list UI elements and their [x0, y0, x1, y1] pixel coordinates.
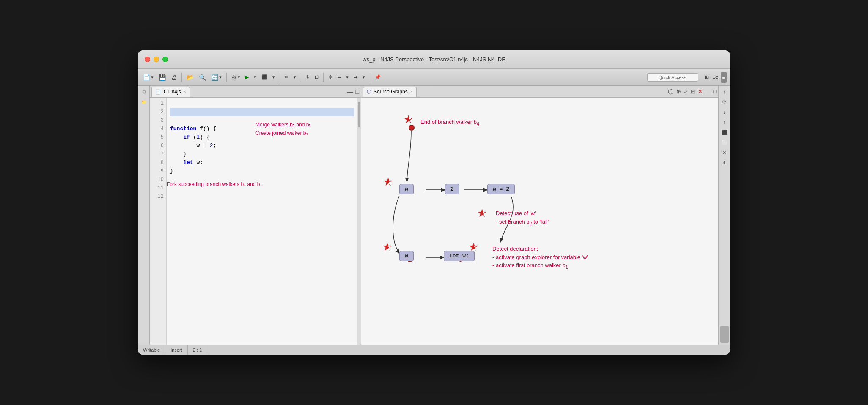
file-icon: 📄	[155, 89, 161, 95]
tab-close-btn[interactable]: ×	[184, 90, 186, 94]
graph-layout-btn2[interactable]: ⊕	[676, 88, 681, 95]
code-editor[interactable]: 1 2 3 4 5 6 7 8 9 10 11 12	[150, 98, 361, 345]
save-button[interactable]: 💾	[157, 72, 168, 83]
forward-button[interactable]: ➡	[352, 72, 359, 83]
debug-button[interactable]: ⚙▾	[230, 72, 242, 83]
titlebar: ws_p - N4JS Perspective - Test/src/C1.n4…	[138, 50, 730, 69]
graph-min-btn[interactable]: —	[705, 88, 711, 95]
sep4	[301, 73, 301, 82]
maximize-editor-btn[interactable]: □	[356, 89, 359, 95]
code-line-2	[170, 108, 354, 116]
perspective-button[interactable]: ≡	[721, 72, 727, 83]
graph-pane: ⬡ Source Graphs × ⬡ ⊕ ⤢ ⊞ ✕ — □	[361, 86, 718, 345]
print-button[interactable]: 🖨	[169, 72, 179, 83]
scrollbar-thumb[interactable]	[358, 102, 360, 127]
graph-tab-icon: ⬡	[367, 89, 371, 95]
right-btn-7[interactable]: ✕	[720, 148, 729, 157]
main-toolbar: 📄▾ 💾 🖨 📂 🔍 🔄▾ ⚙▾ ▶ ▾ ⬛ ▾ ✏ ▾ ⬇ ⊟ ✤ ⬅ ▾ ➡…	[138, 69, 730, 86]
status-insert: Insert	[165, 345, 188, 355]
nav1-dropdown[interactable]: ▾	[292, 72, 298, 83]
maximize-button[interactable]	[162, 57, 168, 62]
quick-access-input[interactable]: Quick Access	[647, 73, 698, 82]
sep5	[323, 73, 324, 82]
nav1-button[interactable]: ✏	[283, 72, 290, 83]
layout-button[interactable]: ⊞	[703, 72, 710, 83]
star-3: ★	[477, 208, 487, 219]
git-button[interactable]: ⎇	[711, 72, 720, 83]
right-btn-8[interactable]: ↡	[720, 159, 729, 167]
code-line-11	[170, 184, 354, 192]
tab-controls: — □	[347, 89, 359, 95]
stop-dropdown[interactable]: ▾	[271, 72, 277, 83]
editor-pane: 📄 C1.n4js × — □ 1 2 3 4 5 6 7	[150, 86, 361, 345]
graph-node-2: 2	[445, 184, 459, 194]
end-branch-annotation: End of branch walker b4	[420, 118, 479, 127]
detect-use-annotation: Detect use of 'w'- set branch b2 to 'fai…	[496, 209, 549, 227]
stop-button[interactable]: ⬛	[260, 72, 269, 83]
graph-layout-btn1[interactable]: ⬡	[668, 88, 674, 96]
sep1	[181, 73, 182, 82]
graph-tab-controls: ⬡ ⊕ ⤢ ⊞ ✕ — □	[668, 88, 717, 96]
left-gutter-btn1[interactable]: ⊡	[140, 88, 148, 96]
open-button[interactable]: 📂	[185, 72, 195, 83]
editor-tab-bar: 📄 C1.n4js × — □	[150, 86, 361, 98]
graph-tab[interactable]: ⬡ Source Graphs ×	[363, 87, 417, 97]
back-button[interactable]: ⬅	[335, 72, 343, 83]
graph-layout-btn4[interactable]: ⊞	[691, 88, 695, 95]
star-1: ★	[469, 241, 478, 252]
right-btn-1[interactable]: ↕	[720, 88, 729, 96]
toolbar-right: ⊞ ⎇ ≡	[703, 72, 727, 83]
code-line-7: }	[170, 150, 354, 159]
graph-area: ★ 5 End of branch walker b4 ★ 4 w 2 w = …	[361, 98, 718, 345]
right-scrollbar[interactable]	[720, 326, 729, 343]
graph-node-w2: w	[399, 251, 414, 261]
editor-scrollbar[interactable]	[357, 98, 361, 345]
minimize-editor-btn[interactable]: —	[347, 89, 353, 95]
down-button[interactable]: ⬇	[304, 72, 311, 83]
graph-tab-close[interactable]: ×	[410, 90, 413, 94]
right-gutter: ↕ ⟳ ↓ ↑ ⬛ ⬜ ✕ ↡	[718, 86, 730, 345]
left-gutter: ⊡ 📁	[138, 86, 150, 345]
right-btn-4[interactable]: ↑	[720, 118, 729, 126]
code-line-12	[170, 192, 354, 201]
cursor-button[interactable]: ✤	[327, 72, 334, 83]
run-dropdown[interactable]: ▾	[252, 72, 258, 83]
close-button[interactable]	[145, 57, 150, 62]
code-area[interactable]: function f() { if (1) { w = 2; } let w; …	[167, 98, 357, 345]
refresh-button[interactable]: 🔄▾	[209, 72, 223, 83]
graph-tab-bar: ⬡ Source Graphs × ⬡ ⊕ ⤢ ⊞ ✕ — □	[361, 86, 718, 98]
graph-node-w1: w	[399, 184, 414, 194]
right-btn-5[interactable]: ⬛	[720, 128, 729, 137]
sep3	[280, 73, 280, 82]
tab-filename: C1.n4js	[164, 89, 181, 95]
graph-close-btn[interactable]: ✕	[698, 88, 703, 95]
code-line-3	[170, 116, 354, 125]
main-window: ws_p - N4JS Perspective - Test/src/C1.n4…	[138, 50, 730, 355]
code-line-6: w = 2;	[170, 142, 354, 150]
right-btn-3[interactable]: ↓	[720, 108, 729, 116]
select-button[interactable]: ⊟	[313, 72, 320, 83]
traffic-lights	[145, 57, 168, 62]
sep6	[370, 73, 370, 82]
code-line-9: }	[170, 167, 354, 175]
left-gutter-btn2[interactable]: 📁	[140, 98, 148, 106]
status-position: 2 : 1	[188, 345, 207, 355]
graph-max-btn[interactable]: □	[713, 88, 717, 95]
editor-tab[interactable]: 📄 C1.n4js ×	[151, 87, 190, 97]
forward-dropdown[interactable]: ▾	[361, 72, 367, 83]
right-btn-6[interactable]: ⬜	[720, 138, 729, 147]
code-line-1	[170, 99, 354, 108]
star-2: ★	[382, 241, 392, 252]
back-dropdown[interactable]: ▾	[344, 72, 350, 83]
sep2	[226, 73, 227, 82]
new-button[interactable]: 📄▾	[141, 72, 155, 83]
pin-button[interactable]: 📌	[373, 72, 382, 83]
run-button[interactable]: ▶	[244, 72, 250, 83]
detect-decl-annotation: Detect declaration: - activate graph exp…	[492, 245, 588, 271]
minimize-button[interactable]	[154, 57, 159, 62]
right-btn-2[interactable]: ⟳	[720, 98, 729, 106]
graph-tab-label: Source Graphs	[374, 89, 408, 95]
search-button[interactable]: 🔍	[197, 72, 208, 83]
graph-layout-btn3[interactable]: ⤢	[684, 88, 688, 95]
status-writable: Writable	[138, 345, 165, 355]
